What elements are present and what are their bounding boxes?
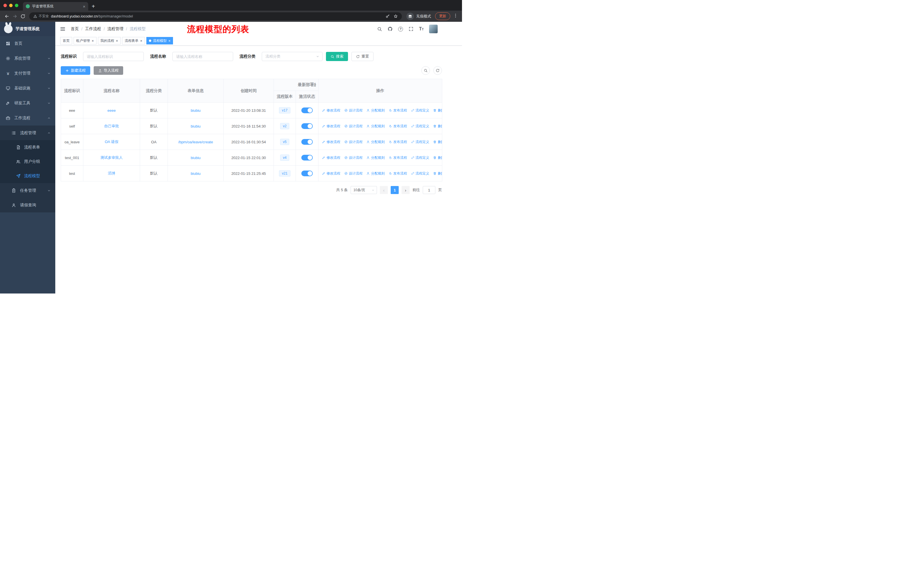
process-name-link[interactable]: 测试多审批人 — [101, 155, 123, 160]
reset-button[interactable]: 重置 — [351, 52, 373, 61]
publish-process-link[interactable]: 发布流程 — [389, 124, 407, 129]
publish-process-link[interactable]: 发布流程 — [389, 140, 407, 144]
close-icon[interactable]: × — [140, 39, 142, 43]
publish-process-link[interactable]: 发布流程 — [389, 155, 407, 160]
search-icon[interactable] — [377, 26, 382, 31]
import-process-button[interactable]: 导入流程 — [94, 66, 123, 75]
modify-process-link[interactable]: 修改流程 — [322, 140, 340, 144]
security-status[interactable]: 不安全 — [33, 14, 49, 19]
process-definition-link[interactable]: 流程定义 — [411, 155, 429, 160]
modify-process-link[interactable]: 修改流程 — [322, 108, 340, 113]
assign-rule-link[interactable]: 分配规则 — [366, 155, 384, 160]
process-definition-link[interactable]: 流程定义 — [411, 140, 429, 144]
delete-process-link[interactable]: 删除 — [433, 140, 442, 144]
tab-close-icon[interactable]: × — [83, 4, 85, 8]
close-window-button[interactable] — [3, 4, 7, 7]
active-toggle[interactable] — [301, 107, 313, 113]
github-icon[interactable] — [388, 26, 393, 31]
delete-process-link[interactable]: 删除 — [433, 108, 442, 113]
process-name-link[interactable]: OA 请假 — [105, 140, 119, 144]
assign-rule-link[interactable]: 分配规则 — [366, 108, 384, 113]
refresh-table-button[interactable] — [433, 66, 442, 75]
delete-process-link[interactable]: 删除 — [433, 124, 442, 129]
minimize-window-button[interactable] — [9, 4, 13, 7]
browser-menu-button[interactable] — [453, 13, 458, 19]
sidebar-collapse-button[interactable] — [60, 26, 66, 32]
new-tab-button[interactable]: + — [92, 3, 95, 9]
sidebar-item-process-form[interactable]: 流程表单 — [0, 140, 55, 154]
page-size-select[interactable]: 10条/页 — [351, 186, 377, 194]
forward-button[interactable] — [11, 12, 19, 20]
tag-tenant-mgmt[interactable]: 租户管理 × — [74, 37, 97, 45]
sidebar-item-infra[interactable]: 基础设施 — [0, 81, 55, 96]
sidebar-item-devtools[interactable]: 研发工具 — [0, 96, 55, 111]
chrome-update-button[interactable]: 更新 — [435, 12, 450, 20]
process-name-link[interactable]: 自己审批 — [104, 124, 119, 128]
sidebar-item-payment[interactable]: ¥ 支付管理 — [0, 66, 55, 81]
tag-my-process[interactable]: 我的流程 × — [98, 37, 121, 45]
form-link[interactable]: biubiu — [191, 108, 201, 112]
breadcrumb-item[interactable]: 工作流程 — [85, 26, 101, 31]
goto-page-input[interactable] — [423, 186, 436, 194]
form-link[interactable]: biubiu — [191, 155, 201, 160]
search-button[interactable]: 搜索 — [326, 52, 348, 61]
close-icon[interactable]: × — [168, 39, 171, 43]
active-toggle[interactable] — [301, 123, 313, 129]
publish-process-link[interactable]: 发布流程 — [389, 108, 407, 113]
process-definition-link[interactable]: 流程定义 — [411, 171, 429, 176]
assign-rule-link[interactable]: 分配规则 — [366, 140, 384, 144]
process-name-link[interactable]: 滔博 — [108, 171, 116, 175]
next-page-button[interactable]: › — [402, 186, 409, 194]
breadcrumb-item[interactable]: 流程管理 — [107, 26, 124, 31]
user-avatar[interactable] — [429, 25, 438, 33]
fullscreen-icon[interactable] — [408, 26, 414, 31]
sidebar-item-user-group[interactable]: 用户分组 — [0, 154, 55, 169]
design-process-link[interactable]: 设计流程 — [344, 171, 363, 176]
bookmark-star-icon[interactable] — [394, 14, 398, 18]
tag-process-form[interactable]: 流程表单 × — [122, 37, 145, 45]
page-number-current[interactable]: 1 — [391, 186, 399, 194]
sidebar-item-task-mgmt[interactable]: 任务管理 — [0, 183, 55, 198]
sidebar-item-leave-query[interactable]: 请假查询 — [0, 198, 55, 212]
breadcrumb-item[interactable]: 首页 — [71, 26, 79, 31]
font-size-icon[interactable]: TT — [419, 26, 424, 31]
close-icon[interactable]: × — [116, 39, 118, 43]
design-process-link[interactable]: 设计流程 — [344, 155, 363, 160]
modify-process-link[interactable]: 修改流程 — [322, 171, 340, 176]
delete-process-link[interactable]: 删除 — [433, 171, 442, 176]
zoom-window-button[interactable] — [15, 4, 18, 7]
toggle-search-button[interactable] — [421, 66, 430, 75]
sidebar-item-workflow[interactable]: 工作流程 — [0, 111, 55, 126]
reload-button[interactable] — [19, 12, 27, 20]
browser-tab[interactable]: 芋道管理系统 × — [23, 2, 88, 11]
sidebar-item-system[interactable]: 系统管理 — [0, 51, 55, 66]
design-process-link[interactable]: 设计流程 — [344, 108, 363, 113]
close-icon[interactable]: × — [92, 39, 94, 43]
back-button[interactable] — [3, 12, 11, 20]
active-toggle[interactable] — [301, 155, 313, 160]
delete-process-link[interactable]: 删除 — [433, 155, 442, 160]
process-definition-link[interactable]: 流程定义 — [411, 124, 429, 129]
assign-rule-link[interactable]: 分配规则 — [366, 171, 384, 176]
help-icon[interactable]: ? — [398, 26, 403, 31]
sidebar-item-process-mgmt[interactable]: 流程管理 — [0, 126, 55, 140]
publish-process-link[interactable]: 发布流程 — [389, 171, 407, 176]
process-name-link[interactable]: eeee — [107, 108, 116, 112]
sidebar-item-home[interactable]: 首页 — [0, 36, 55, 51]
form-link[interactable]: /bpm/oa/leave/create — [178, 140, 213, 144]
design-process-link[interactable]: 设计流程 — [344, 140, 363, 144]
active-toggle[interactable] — [301, 139, 313, 145]
form-link[interactable]: biubiu — [191, 171, 201, 176]
design-process-link[interactable]: 设计流程 — [344, 124, 363, 129]
process-name-input[interactable] — [172, 52, 233, 61]
form-link[interactable]: biubiu — [191, 124, 201, 128]
address-bar[interactable]: 不安全 dashboard.yudao.iocoder.cn/bpm/manag… — [29, 12, 402, 20]
tag-home[interactable]: 首页 — [60, 37, 72, 45]
process-key-input[interactable] — [83, 52, 144, 61]
assign-rule-link[interactable]: 分配规则 — [366, 124, 384, 129]
modify-process-link[interactable]: 修改流程 — [322, 124, 340, 129]
active-toggle[interactable] — [301, 170, 313, 176]
prev-page-button[interactable]: ‹ — [380, 186, 388, 194]
process-definition-link[interactable]: 流程定义 — [411, 108, 429, 113]
create-process-button[interactable]: 新建流程 — [61, 66, 90, 75]
